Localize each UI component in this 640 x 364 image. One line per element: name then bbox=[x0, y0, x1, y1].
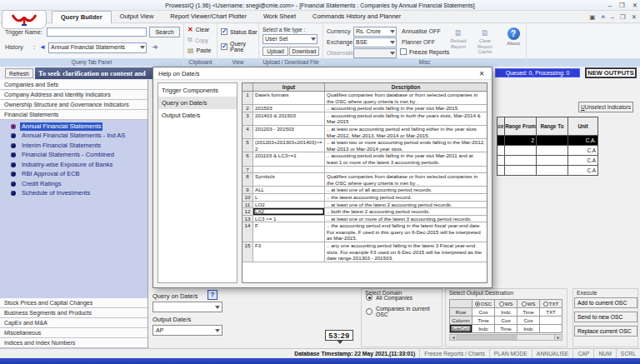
sidebar-item[interactable]: Interim Financial Statements bbox=[0, 141, 148, 151]
dialog-nav-item[interactable]: Query on Date/s bbox=[158, 97, 237, 109]
destination-cell[interactable]: Indc bbox=[495, 308, 518, 317]
sidebar-section-header[interactable]: Ownership Structure and Governance Indic… bbox=[0, 100, 148, 110]
indicator-cell[interactable] bbox=[498, 156, 505, 166]
sidebar-item[interactable]: RBI Approval of ECB bbox=[0, 170, 148, 180]
range-from-cell[interactable] bbox=[505, 146, 537, 156]
input-cell[interactable]: Symbols bbox=[253, 173, 325, 186]
input-cell[interactable]: LO2 bbox=[253, 202, 325, 208]
annualise-toggle[interactable]: Annualise OFF bbox=[402, 28, 441, 34]
indicator-cell[interactable] bbox=[498, 136, 505, 146]
sidebar-section-header[interactable]: Miscellaneous bbox=[0, 328, 148, 338]
radio-icon[interactable] bbox=[499, 302, 504, 307]
input-cell[interactable]: 201403 & 201503 bbox=[253, 112, 325, 125]
description-cell[interactable]: .. accounting period ends falling in the… bbox=[325, 105, 487, 112]
destination-header-cell[interactable]: OSC bbox=[472, 300, 495, 308]
destination-cell[interactable]: Indc bbox=[472, 325, 495, 333]
range-to-cell[interactable] bbox=[537, 146, 568, 156]
history-forward-icon[interactable]: ➜ bbox=[150, 43, 160, 52]
dialog-close-icon[interactable]: ✕ bbox=[474, 69, 489, 78]
destination-header-cell[interactable]: TXT bbox=[540, 300, 562, 308]
chevron-down-icon[interactable] bbox=[311, 37, 316, 41]
app-logo[interactable] bbox=[2, 10, 47, 29]
sidebar-section-header[interactable]: Companies and Sets bbox=[0, 80, 148, 90]
ribbon-tab[interactable]: Commands History and Planner bbox=[304, 11, 409, 23]
input-cell[interactable]: ALL bbox=[253, 187, 325, 193]
dialog-nav-item[interactable]: Trigger Components bbox=[158, 84, 237, 97]
description-cell[interactable]: .. at least one of the latest 2 accounti… bbox=[325, 202, 487, 208]
input-cell[interactable] bbox=[253, 167, 325, 173]
range-from-cell[interactable] bbox=[505, 166, 537, 176]
sidebar-item[interactable]: Industry-wise Exposure of Banks bbox=[0, 160, 148, 170]
indicator-cell[interactable] bbox=[498, 166, 505, 176]
clear-report-cache-button[interactable]: 🗎 Clear Report Cache bbox=[472, 28, 498, 55]
ribbon-tab[interactable]: Work Sheet bbox=[255, 11, 304, 23]
chevron-down-icon[interactable] bbox=[140, 46, 145, 49]
ribbon-tab[interactable]: Report Viewer/Chart Plotter bbox=[162, 11, 255, 23]
description-cell[interactable]: .. at least one of all accounting period… bbox=[325, 187, 487, 193]
input-cell[interactable]: 201103 & LC3>=1 bbox=[253, 152, 325, 165]
input-cell[interactable]: 201203 - 201503 bbox=[253, 126, 325, 138]
sidebar-item[interactable]: Annual Financial Statements bbox=[0, 122, 148, 132]
output-dates-combobox[interactable]: AP bbox=[152, 325, 222, 336]
sidebar-item[interactable]: Annual Financial Statements - Ind AS bbox=[0, 132, 148, 142]
sidebar-item[interactable]: Schedule of Investments bbox=[0, 189, 148, 199]
sidebar-section-header[interactable]: Stock Prices and Capital Changes bbox=[0, 298, 148, 308]
execute-button[interactable]: Add to current OSC bbox=[574, 297, 638, 308]
unselect-indicators-button[interactable]: UUnselect Indicators bbox=[578, 102, 633, 112]
unit-cell[interactable]: C.A bbox=[568, 146, 598, 156]
scrollbar-thumb[interactable] bbox=[458, 335, 518, 340]
reload-report-button[interactable]: 🗎 Reload Report bbox=[445, 28, 472, 49]
radio-icon[interactable] bbox=[522, 302, 527, 307]
search-button[interactable]: Search bbox=[149, 27, 180, 37]
copy-button[interactable]: ⧉ Copy bbox=[188, 36, 217, 44]
upload-button[interactable]: Upload bbox=[262, 47, 288, 56]
dialog-title-bar[interactable]: Help on Date/s ✕ bbox=[153, 67, 492, 80]
radio-icon[interactable] bbox=[475, 302, 480, 307]
destination-row-label[interactable]: Row bbox=[450, 308, 472, 317]
destination-header-cell[interactable]: WS bbox=[518, 300, 540, 308]
destination-cell[interactable]: Cos bbox=[472, 308, 495, 317]
observation-combobox[interactable] bbox=[353, 48, 397, 58]
destination-row-label[interactable]: Column bbox=[450, 317, 472, 325]
download-button[interactable]: Download bbox=[289, 47, 319, 56]
description-cell[interactable] bbox=[325, 167, 487, 173]
input-cell[interactable]: F bbox=[253, 222, 325, 242]
destination-cell[interactable]: Cos bbox=[518, 317, 540, 325]
description-cell[interactable]: .. accounting period ends falling in bot… bbox=[325, 112, 487, 125]
unit-cell[interactable]: C.A bbox=[568, 166, 598, 176]
destination-cell[interactable]: Time bbox=[472, 317, 495, 325]
domain-radio-option[interactable]: Companies in current OSC bbox=[366, 306, 442, 317]
input-cell[interactable]: LA2 bbox=[253, 208, 325, 215]
trigger-name-input[interactable] bbox=[47, 27, 147, 37]
sidebar-section-header[interactable]: Indices and Index Numbers bbox=[0, 338, 148, 348]
range-to-cell[interactable] bbox=[537, 136, 568, 146]
range-to-cell[interactable] bbox=[537, 156, 568, 166]
sidebar-section-header[interactable]: Company Address and Identity Indicators bbox=[0, 90, 148, 100]
destination-cell[interactable] bbox=[540, 317, 562, 325]
input-cell[interactable]: LC3 >= 1 bbox=[253, 216, 325, 222]
description-cell[interactable]: Qualifies companies from database or fro… bbox=[325, 173, 487, 186]
destination-cell[interactable]: Time bbox=[518, 308, 540, 317]
currency-combobox[interactable]: Rs. Crore bbox=[353, 27, 397, 37]
history-combobox[interactable]: Annual Financial Statements bbox=[48, 42, 147, 53]
file-type-combobox[interactable]: User Set bbox=[262, 34, 318, 44]
description-cell[interactable]: Qualifies companies from database or fro… bbox=[325, 92, 487, 104]
description-cell[interactable]: .. any one accounting period falling in … bbox=[325, 242, 487, 262]
about-button[interactable]: ? About bbox=[500, 27, 527, 47]
query-on-dates-combobox[interactable] bbox=[152, 302, 222, 312]
destination-cell[interactable]: Time bbox=[495, 325, 518, 333]
sidebar-section-header[interactable]: CapEx and M&A bbox=[0, 318, 148, 328]
chevron-down-icon[interactable] bbox=[215, 329, 220, 332]
refresh-button[interactable]: Refresh bbox=[5, 68, 33, 78]
freeze-reports-checkbox[interactable]: Freeze Reports bbox=[400, 48, 449, 55]
input-cell[interactable]: (201203+201303+201403)>=2 bbox=[253, 139, 325, 152]
scrollbar-track[interactable] bbox=[458, 335, 554, 340]
execute-button[interactable]: Send to new OSC bbox=[574, 312, 638, 322]
radio-icon[interactable] bbox=[543, 302, 548, 307]
paste-button[interactable]: ▤ Paste bbox=[188, 47, 217, 54]
new-outputs-button[interactable]: NEW OUTPUTS bbox=[585, 67, 637, 78]
help-icon[interactable]: ? bbox=[208, 290, 218, 300]
window-icon[interactable]: ▣ bbox=[589, 12, 595, 22]
destination-cell[interactable]: Cos bbox=[495, 317, 518, 325]
exchange-combobox[interactable]: BSE bbox=[353, 37, 397, 47]
